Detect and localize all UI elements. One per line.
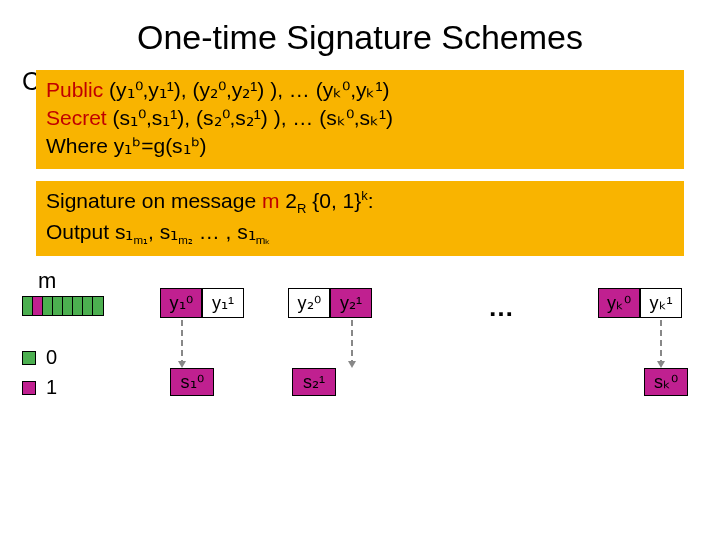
sig-set: {0, 1}	[306, 189, 361, 212]
sig-R: R	[297, 201, 306, 216]
sig-pre: Signature on message	[46, 189, 262, 212]
y20-cell: y₂⁰	[288, 288, 330, 318]
sig2-m2: m₂	[178, 234, 193, 246]
sig2-c1: , s₁	[148, 220, 178, 243]
legend-swatch-1	[22, 381, 36, 395]
arrow-2	[351, 320, 353, 366]
bit	[73, 297, 83, 315]
sig-line1: Signature on message m 2R {0, 1}k:	[46, 187, 674, 218]
bit	[23, 297, 33, 315]
bit	[43, 297, 53, 315]
sig-line2: Output s₁m₁, s₁m₂ … , s₁mₖ	[46, 218, 674, 249]
public-label: Public	[46, 78, 103, 101]
y21-cell: y₂¹	[330, 288, 372, 318]
legend-swatch-0	[22, 351, 36, 365]
y10-cell: y₁⁰	[160, 288, 202, 318]
sig2-m1: m₁	[133, 234, 148, 246]
yk0-cell: yₖ⁰	[598, 288, 640, 318]
public-line: Public (y₁⁰,y₁¹), (y₂⁰,y₂¹) ), … (yₖ⁰,yₖ…	[46, 76, 674, 104]
bit	[93, 297, 103, 315]
yk-pair: yₖ⁰ yₖ¹	[598, 288, 682, 318]
message-bits	[22, 296, 104, 316]
secret-line: Secret (s₁⁰,s₁¹), (s₂⁰,s₂¹) ), … (sₖ⁰,sₖ…	[46, 104, 674, 132]
y2-pair: y₂⁰ y₂¹	[288, 288, 372, 318]
bit	[63, 297, 73, 315]
sig2-c2: … , s₁	[193, 220, 256, 243]
y1-pair: y₁⁰ y₁¹	[160, 288, 244, 318]
where-line: Where y₁ᵇ=g(s₁ᵇ)	[46, 132, 674, 160]
secret-expr: (s₁⁰,s₁¹), (s₂⁰,s₂¹) ), … (sₖ⁰,sₖ¹)	[107, 106, 393, 129]
secret-label: Secret	[46, 106, 107, 129]
bit	[53, 297, 63, 315]
keys-box: Public (y₁⁰,y₁¹), (y₂⁰,y₂¹) ), … (yₖ⁰,yₖ…	[36, 70, 684, 169]
sig-colon: :	[368, 189, 374, 212]
sig-mid: 2	[279, 189, 297, 212]
bit	[83, 297, 93, 315]
arrow-1	[181, 320, 183, 366]
sig2-pre: Output s₁	[46, 220, 133, 243]
diagram: m 0 1 y₁⁰ y₁¹ s₁⁰ y₂⁰ y₂¹ s₂¹ … yₖ⁰ yₖ¹ …	[0, 268, 720, 428]
s21-cell: s₂¹	[292, 368, 336, 396]
legend-0: 0	[22, 346, 57, 369]
s10-cell: s₁⁰	[170, 368, 214, 396]
bit	[33, 297, 43, 315]
legend-1: 1	[22, 376, 57, 399]
yk1-cell: yₖ¹	[640, 288, 682, 318]
m-label: m	[38, 268, 56, 294]
signature-box: Signature on message m 2R {0, 1}k: Outpu…	[36, 181, 684, 257]
slide-title: One-time Signature Schemes	[0, 0, 720, 57]
legend-label-0: 0	[46, 346, 57, 369]
public-expr: (y₁⁰,y₁¹), (y₂⁰,y₂¹) ), … (yₖ⁰,yₖ¹)	[103, 78, 389, 101]
legend-label-1: 1	[46, 376, 57, 399]
ellipsis: …	[488, 292, 514, 323]
y11-cell: y₁¹	[202, 288, 244, 318]
arrow-k	[660, 320, 662, 366]
sk0-cell: sₖ⁰	[644, 368, 688, 396]
sig2-mk: mₖ	[256, 234, 271, 246]
sig-m: m	[262, 189, 280, 212]
